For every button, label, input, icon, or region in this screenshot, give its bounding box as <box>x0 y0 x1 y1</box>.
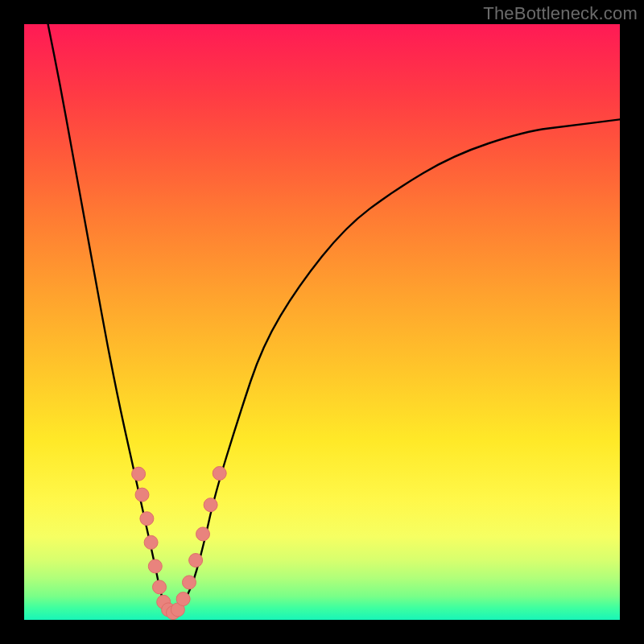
data-marker <box>204 498 217 512</box>
data-marker <box>176 592 190 606</box>
data-marker <box>153 580 167 594</box>
data-markers <box>132 467 227 620</box>
chart-frame: TheBottleneck.com <box>0 0 644 644</box>
curve-path <box>48 24 620 613</box>
data-marker <box>213 467 226 481</box>
watermark-text: TheBottleneck.com <box>483 3 638 24</box>
data-marker <box>132 467 146 481</box>
data-marker <box>148 559 162 573</box>
chart-svg <box>24 24 620 620</box>
plot-area <box>24 24 620 620</box>
data-marker <box>196 527 210 541</box>
data-marker <box>140 512 154 526</box>
data-marker <box>144 535 158 549</box>
data-marker <box>189 554 203 568</box>
data-marker <box>183 576 196 589</box>
bottleneck-curve <box>48 24 620 613</box>
data-marker <box>135 488 149 502</box>
